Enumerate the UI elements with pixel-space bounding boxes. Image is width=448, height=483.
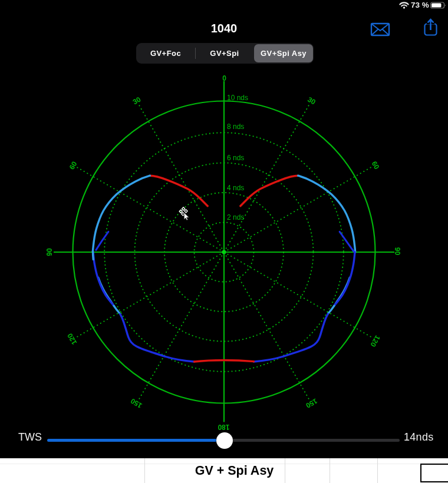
svg-text:120: 120 xyxy=(368,334,381,349)
svg-text:2 nds: 2 nds xyxy=(227,213,244,221)
svg-text:60: 60 xyxy=(370,160,381,171)
svg-text:0: 0 xyxy=(222,74,226,82)
svg-text:150: 150 xyxy=(304,397,319,410)
svg-text:120: 120 xyxy=(65,332,78,346)
svg-text:90: 90 xyxy=(45,248,54,256)
svg-text:6 nds: 6 nds xyxy=(227,154,244,162)
svg-text:180: 180 xyxy=(218,423,229,431)
svg-text:8 nds: 8 nds xyxy=(227,123,244,131)
svg-text:90: 90 xyxy=(393,247,401,256)
svg-text:30: 30 xyxy=(306,95,317,107)
svg-text:10 nds: 10 nds xyxy=(227,94,248,102)
svg-text:60: 60 xyxy=(68,160,79,171)
svg-text:30: 30 xyxy=(131,95,143,106)
svg-text:4 nds: 4 nds xyxy=(227,184,244,192)
svg-text:150: 150 xyxy=(129,396,144,409)
